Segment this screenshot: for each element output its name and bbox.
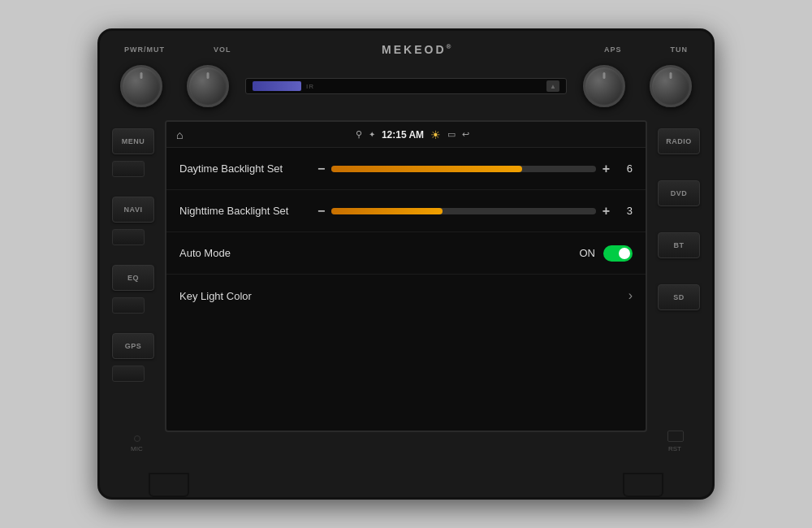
cd-slot[interactable]: IR ▲ xyxy=(245,78,567,94)
eq-sub-button[interactable] xyxy=(112,297,145,314)
knobs-area: IR ▲ xyxy=(100,54,712,119)
daytime-backlight-label: Daytime Backlight Set xyxy=(179,162,317,175)
car-unit: PWR/MUT VOL MEKEOD® APS TUN IR ▲ MENU NA… xyxy=(97,28,715,500)
bluetooth-icon: ✦ xyxy=(369,130,375,139)
bt-button[interactable]: BT xyxy=(658,232,700,258)
eq-button[interactable]: EQ xyxy=(112,265,154,291)
auto-mode-toggle[interactable] xyxy=(603,245,633,262)
eject-button[interactable]: ▲ xyxy=(546,80,559,92)
radio-button[interactable]: RADIO xyxy=(658,128,700,154)
navi-button[interactable]: NAVI xyxy=(112,197,154,223)
nighttime-slider-value: 3 xyxy=(616,205,633,217)
mic-label: MIC xyxy=(131,445,143,452)
left-foot xyxy=(149,473,189,497)
bottom-feet xyxy=(100,473,712,497)
rst-label: RST xyxy=(668,445,681,452)
right-knob[interactable] xyxy=(583,65,625,107)
cd-indicator xyxy=(253,81,301,91)
cd-slot-area: IR ▲ xyxy=(229,78,583,94)
status-bar: ⌂ ⚲ ✦ 12:15 AM ☀ ▭ ↩ xyxy=(166,122,646,148)
auto-mode-label: Auto Mode xyxy=(179,247,317,259)
main-screen: ⌂ ⚲ ✦ 12:15 AM ☀ ▭ ↩ Daytime Backlight S… xyxy=(165,120,647,432)
daytime-slider-track[interactable] xyxy=(331,166,595,172)
daytime-backlight-row: Daytime Backlight Set − + 6 xyxy=(166,148,646,190)
daytime-slider-area: − + 6 xyxy=(317,162,633,176)
dvd-button[interactable]: DVD xyxy=(658,180,700,206)
time-display: 12:15 AM xyxy=(382,129,424,141)
status-center: ⚲ ✦ 12:15 AM ☀ ▭ ↩ xyxy=(356,128,469,141)
ir-label: IR xyxy=(306,83,314,90)
back-icon[interactable]: ↩ xyxy=(462,129,469,140)
screen-icon: ▭ xyxy=(447,129,456,140)
settings-content: Daytime Backlight Set − + 6 Nighttime Ba… xyxy=(166,148,646,317)
vol-label: VOL xyxy=(214,45,231,54)
navi-sub-button[interactable] xyxy=(112,229,145,245)
brightness-icon: ☀ xyxy=(430,128,441,141)
mic-dot xyxy=(134,435,140,442)
nighttime-slider-track[interactable] xyxy=(331,208,595,214)
home-icon[interactable]: ⌂ xyxy=(176,128,189,141)
nighttime-minus-button[interactable]: − xyxy=(317,204,325,219)
right-foot xyxy=(623,473,663,497)
pwr-mut-label: PWR/MUT xyxy=(124,45,165,54)
daytime-slider-value: 6 xyxy=(616,162,633,175)
key-light-color-row[interactable]: Key Light Color › xyxy=(166,275,646,317)
gps-button[interactable]: GPS xyxy=(112,333,154,359)
status-left: ⌂ xyxy=(176,128,189,141)
chevron-right-icon: › xyxy=(628,288,633,303)
far-right-knob[interactable] xyxy=(650,65,692,107)
gps-sub-button[interactable] xyxy=(112,366,145,382)
rst-button[interactable] xyxy=(667,431,684,442)
left-buttons: MENU NAVI EQ GPS xyxy=(112,128,154,382)
daytime-plus-button[interactable]: + xyxy=(603,162,610,176)
daytime-minus-button[interactable]: − xyxy=(317,162,325,176)
right-buttons: RADIO DVD BT SD xyxy=(658,128,700,310)
nighttime-plus-button[interactable]: + xyxy=(603,204,610,219)
location-icon: ⚲ xyxy=(356,129,362,140)
tun-label: TUN xyxy=(671,45,689,54)
aps-label: APS xyxy=(604,45,622,54)
sd-button[interactable]: SD xyxy=(658,284,700,310)
auto-mode-toggle-area: ON xyxy=(317,245,633,262)
daytime-slider-fill xyxy=(331,166,521,172)
menu-button[interactable]: MENU xyxy=(112,128,154,154)
nighttime-backlight-row: Nighttime Backlight Set − + 3 xyxy=(166,190,646,232)
key-light-color-label: Key Light Color xyxy=(179,290,317,302)
auto-mode-status: ON xyxy=(580,247,596,259)
nighttime-backlight-label: Nighttime Backlight Set xyxy=(179,205,317,217)
left-knob[interactable] xyxy=(120,65,162,107)
auto-mode-row: Auto Mode ON xyxy=(166,232,646,275)
menu-sub-button[interactable] xyxy=(112,161,145,177)
nighttime-slider-area: − + 3 xyxy=(317,204,633,219)
vol-knob[interactable] xyxy=(187,65,229,107)
nighttime-slider-fill xyxy=(331,208,443,214)
